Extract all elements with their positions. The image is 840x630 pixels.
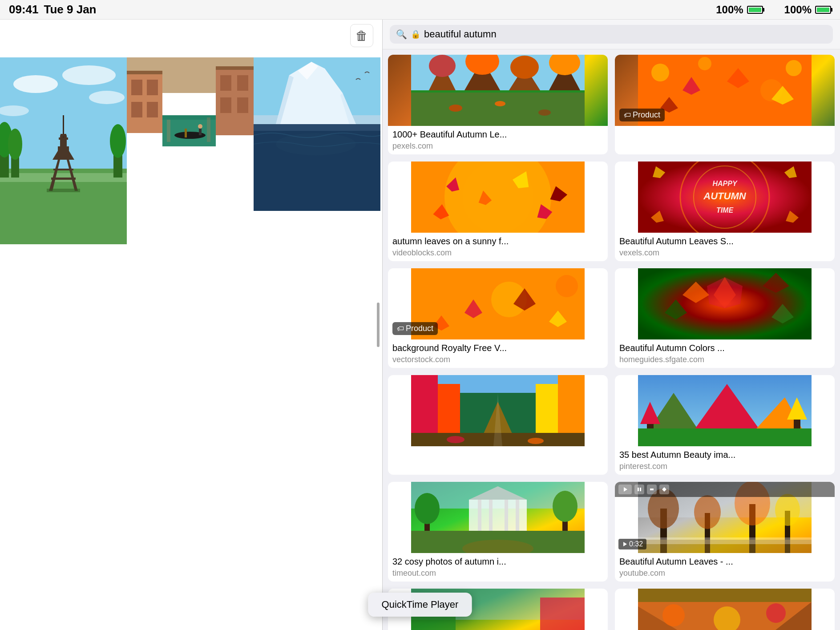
result-source: pexels.com	[392, 141, 603, 151]
left-toolbar: 🗑	[350, 24, 373, 47]
result-title: Beautiful Autumn Leaves - ...	[619, 557, 830, 567]
result-item[interactable]: 🏷 Product background Royalty Free V... v…	[388, 268, 608, 368]
battery-icon-left	[747, 6, 763, 14]
svg-point-180	[662, 604, 685, 626]
svg-rect-33	[220, 75, 231, 91]
results-grid: 1000+ Beautiful Autumn Le... pexels.com	[388, 55, 835, 630]
search-icon: 🔍	[396, 29, 407, 40]
video-btn-4[interactable]	[659, 485, 669, 494]
result-source: pinterest.com	[619, 462, 830, 471]
svg-point-69	[651, 64, 669, 81]
result-item[interactable]: 32 cosy photos of autumn i... timeout.co…	[388, 482, 608, 582]
video-btn-2[interactable]	[634, 485, 644, 494]
result-source: vexels.com	[619, 248, 830, 258]
svg-point-61	[510, 56, 539, 79]
result-info	[388, 446, 608, 455]
result-item[interactable]: autumn leaves on a sunny f... videoblock…	[388, 162, 608, 261]
svg-text:HAPPY: HAPPY	[712, 180, 737, 187]
scroll-handle[interactable]	[377, 303, 380, 347]
svg-rect-20	[59, 137, 68, 140]
svg-rect-162	[640, 488, 641, 491]
result-item[interactable]: Beautiful Autumn Colors ... homeguides.s…	[615, 268, 835, 368]
status-right: 100% 100%	[716, 4, 831, 16]
svg-point-121	[528, 438, 544, 444]
svg-rect-160	[637, 487, 642, 492]
quicktime-bar[interactable]: QuickTime Player	[368, 593, 472, 617]
svg-rect-44	[207, 117, 210, 142]
svg-rect-23	[47, 189, 80, 192]
result-item[interactable]: 1000+ Beautiful Autumn Le... pexels.com	[388, 55, 608, 154]
svg-point-100	[556, 275, 578, 297]
product-badge: 🏷 Product	[392, 322, 438, 335]
date: Tue 9 Jan	[44, 3, 97, 16]
svg-text:AUTUMN: AUTUMN	[703, 190, 746, 202]
result-info	[615, 126, 835, 135]
result-source: youtube.com	[619, 569, 830, 578]
right-panel: 🔍 🔒 beautiful autumn	[383, 20, 840, 630]
search-query: beautiful autumn	[424, 28, 827, 40]
svg-rect-177	[638, 589, 812, 602]
result-item[interactable]: 0:32 Beautiful Autumn Leaves - ... youtu…	[615, 482, 835, 582]
svg-rect-27	[131, 80, 142, 95]
svg-rect-34	[237, 75, 248, 91]
iceberg-image[interactable]	[254, 57, 380, 211]
result-source: homeguides.sfgate.com	[619, 355, 830, 364]
svg-rect-48	[254, 124, 380, 131]
duration-text: 0:32	[629, 540, 643, 548]
result-item[interactable]: 🏷 Product	[615, 55, 835, 154]
result-info: Beautiful Autumn Leaves - ... youtube.co…	[615, 553, 835, 582]
result-title: 35 best Autumn Beauty ima...	[619, 450, 830, 460]
svg-rect-35	[220, 97, 231, 113]
svg-point-66	[495, 101, 505, 106]
result-item[interactable]	[615, 589, 835, 630]
svg-point-182	[766, 603, 786, 623]
trash-button[interactable]: 🗑	[350, 24, 373, 47]
svg-rect-64	[411, 93, 585, 126]
svg-rect-138	[505, 500, 508, 531]
result-title: 32 cosy photos of autumn i...	[392, 557, 603, 567]
result-source: vectorstock.com	[392, 355, 603, 364]
svg-rect-42	[199, 129, 202, 135]
video-play-btn[interactable]	[618, 485, 632, 494]
svg-rect-164	[650, 489, 654, 490]
svg-point-79	[462, 162, 533, 233]
svg-rect-32	[216, 66, 254, 70]
svg-rect-137	[489, 500, 493, 531]
result-item[interactable]	[388, 375, 608, 475]
svg-rect-43	[167, 120, 170, 142]
svg-point-120	[447, 436, 464, 443]
search-bar-inner[interactable]: 🔍 🔒 beautiful autumn	[390, 25, 833, 44]
result-title: Beautiful Autumn Leaves S...	[619, 236, 830, 246]
svg-rect-40	[185, 129, 187, 137]
trash-icon: 🗑	[355, 28, 368, 43]
results-scroll[interactable]: 1000+ Beautiful Autumn Le... pexels.com	[383, 49, 840, 630]
svg-point-65	[449, 105, 462, 112]
svg-point-2	[62, 65, 116, 85]
video-controls[interactable]	[615, 482, 835, 497]
video-btn-3[interactable]	[647, 485, 657, 494]
result-info: Beautiful Autumn Colors ... homeguides.s…	[615, 339, 835, 368]
result-source: timeout.com	[392, 569, 603, 578]
svg-point-3	[89, 91, 125, 104]
result-info: 1000+ Beautiful Autumn Le... pexels.com	[388, 126, 608, 154]
status-bar: 09:41 Tue 9 Jan 100% 100%	[0, 0, 840, 20]
svg-point-1	[13, 75, 58, 93]
svg-rect-16	[53, 169, 73, 170]
svg-rect-22	[61, 134, 66, 137]
venice-image[interactable]	[127, 57, 254, 146]
result-item[interactable]: 35 best Autumn Beauty ima... pinterest.c…	[615, 375, 835, 475]
product-badge-label: Product	[633, 110, 660, 120]
result-info: Beautiful Autumn Leaves S... vexels.com	[615, 233, 835, 261]
svg-rect-139	[516, 500, 519, 531]
result-item[interactable]: HAPPY AUTUMN TIME Beautiful Autumn Leave…	[615, 162, 835, 261]
left-panel: 🗑	[0, 20, 383, 630]
svg-rect-15	[51, 178, 76, 180]
lock-icon: 🔒	[411, 29, 420, 39]
image-row-1	[0, 57, 382, 244]
result-source: videoblocks.com	[392, 248, 603, 258]
result-info: 32 cosy photos of autumn i... timeout.co…	[388, 553, 608, 582]
svg-point-151	[694, 495, 721, 529]
result-title: Beautiful Autumn Colors ...	[619, 343, 830, 353]
result-info: 35 best Autumn Beauty ima... pinterest.c…	[615, 446, 835, 475]
eiffel-image[interactable]	[0, 57, 127, 244]
